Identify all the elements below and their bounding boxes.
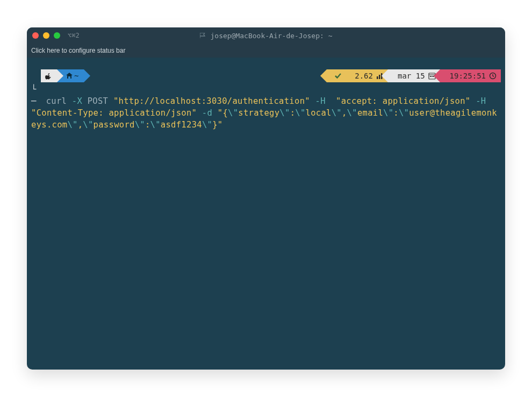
cmd-url: "http://localhost:3030/authentication" (113, 96, 310, 106)
cmd-hdr1: "accept: application/json" (336, 96, 470, 106)
cmd-flag-h1: -H (315, 96, 326, 106)
window-controls (32, 32, 60, 39)
prompt-path: ~ (73, 70, 80, 82)
clock-icon (489, 72, 497, 80)
command-line[interactable]: └─ curl -X POST "http://localhost:3030/a… (31, 83, 501, 131)
prompt-left: ~ (41, 69, 84, 82)
zoom-icon[interactable] (54, 32, 60, 39)
prompt-seg-time: 19:25:51 (440, 69, 501, 82)
titlebar[interactable]: ⌥⌘2 josep@MacBook-Air-de-Josep: ~ (27, 27, 505, 44)
tab-shortcut-label: ⌥⌘2 (68, 32, 80, 39)
apple-icon (45, 72, 53, 80)
svg-rect-0 (377, 76, 378, 79)
cmd-flag-d: -d (202, 108, 212, 118)
cmd-flag-h2: -H (476, 96, 486, 106)
prompt-right: 2.62 mar 15 19:25:51 (327, 69, 501, 82)
svg-rect-6 (432, 76, 433, 77)
close-icon[interactable] (32, 32, 39, 39)
body-open: "{ (218, 108, 228, 118)
load-avg: 2.62 (354, 70, 374, 82)
prompt-angle: └─ (31, 83, 41, 107)
date-label: mar 15 (397, 70, 426, 82)
prompt-seg-date: mar 15 (388, 69, 440, 82)
cmd-flag-x: -X (72, 96, 82, 106)
svg-rect-5 (430, 76, 431, 77)
prompt-seg-os (41, 69, 57, 82)
svg-rect-1 (379, 75, 380, 79)
status-bar-config-hint[interactable]: Click here to configure status bar (27, 44, 505, 58)
minimize-icon[interactable] (43, 32, 49, 39)
prompt-line: ~ 2.62 (31, 69, 501, 82)
window-title: josep@MacBook-Air-de-Josep: ~ (27, 32, 505, 40)
time-label: 19:25:51 (449, 70, 487, 82)
flag-icon (200, 33, 207, 38)
cmd-hdr2: "Content-Type: application/json" (31, 108, 197, 118)
terminal-window: ⌥⌘2 josep@MacBook-Air-de-Josep: ~ Click … (27, 27, 505, 370)
home-icon (66, 72, 73, 80)
terminal-body[interactable]: ~ 2.62 (27, 58, 505, 370)
body-close: }" (212, 120, 222, 130)
cmd-method: POST (88, 96, 109, 106)
cmd-bin: curl (46, 96, 67, 106)
